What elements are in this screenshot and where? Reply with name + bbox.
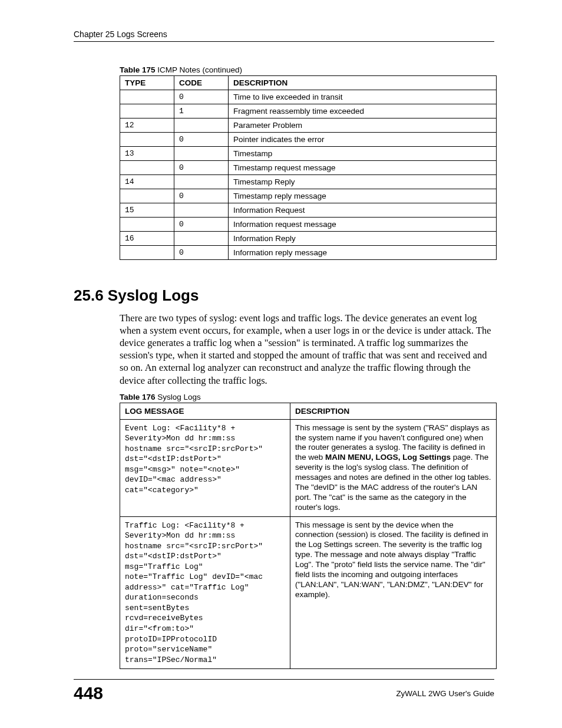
table-row: 0Information reply message <box>120 246 497 260</box>
col-code: CODE <box>174 76 229 90</box>
section-heading: 25.6 Syslog Logs <box>74 286 494 305</box>
table-row: 13Timestamp <box>120 147 497 161</box>
syslog-logs-table: LOG MESSAGE DESCRIPTION Event Log: <Faci… <box>120 403 497 670</box>
col-desc: DESCRIPTION <box>229 76 497 90</box>
guide-title: ZyWALL 2WG User's Guide <box>396 689 494 698</box>
table-row: 15Information Request <box>120 203 497 218</box>
table-row: 0Pointer indicates the error <box>120 133 497 147</box>
caption-rest: ICMP Notes (continued) <box>156 65 243 74</box>
section-paragraph: There are two types of syslog: event log… <box>120 312 494 387</box>
caption-bold: Table 175 <box>120 65 156 74</box>
table-row: 0Timestamp request message <box>120 161 497 175</box>
col-log-message: LOG MESSAGE <box>120 403 290 419</box>
table-row: Traffic Log: <Facility*8 + Severity>Mon … <box>120 516 497 669</box>
log-message-cell: Event Log: <Facility*8 + Severity>Mon dd… <box>120 419 290 516</box>
table-row: 12Parameter Problem <box>120 118 497 133</box>
table-row: 0Information request message <box>120 218 497 232</box>
caption-bold: Table 176 <box>120 393 156 401</box>
table-176-caption: Table 176 Syslog Logs <box>120 393 494 401</box>
table-row: 0Timestamp reply message <box>120 189 497 203</box>
table-row: 16Information Reply <box>120 232 497 246</box>
table-row: Event Log: <Facility*8 + Severity>Mon dd… <box>120 419 497 516</box>
description-cell: This message is sent by the system ("RAS… <box>290 419 497 516</box>
description-cell: This message is sent by the device when … <box>290 516 497 669</box>
table-row: 1Fragment reassembly time exceeded <box>120 104 497 118</box>
col-description: DESCRIPTION <box>290 403 497 419</box>
page-number: 448 <box>74 683 103 703</box>
running-header: Chapter 25 Logs Screens <box>74 29 494 42</box>
caption-rest: Syslog Logs <box>156 393 201 401</box>
table-row: 14Timestamp Reply <box>120 175 497 189</box>
page-footer: 448 ZyWALL 2WG User's Guide <box>0 679 562 703</box>
icmp-notes-table: TYPE CODE DESCRIPTION 0Time to live exce… <box>120 75 497 260</box>
table-175-caption: Table 175 ICMP Notes (continued) <box>120 65 494 74</box>
col-type: TYPE <box>120 76 174 90</box>
log-message-cell: Traffic Log: <Facility*8 + Severity>Mon … <box>120 516 290 669</box>
table-row: 0Time to live exceeded in transit <box>120 90 497 104</box>
